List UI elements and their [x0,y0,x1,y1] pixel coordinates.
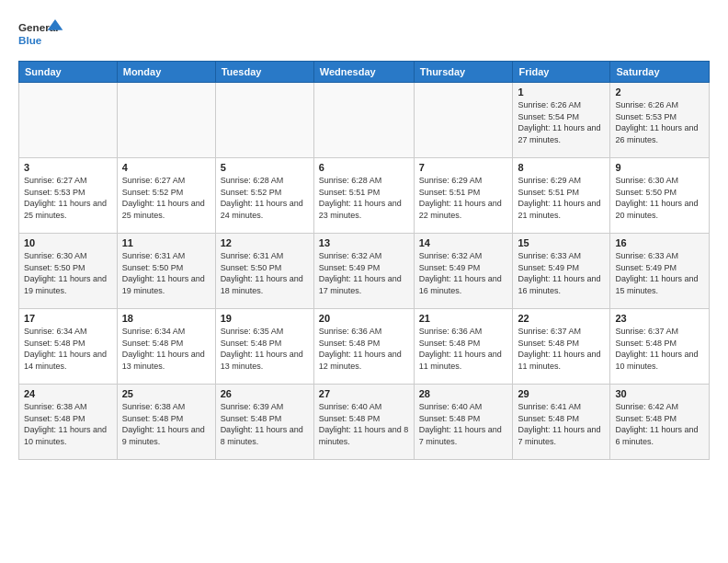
day-number: 20 [319,313,409,324]
day-number: 28 [419,388,508,399]
calendar-cell: 16Sunrise: 6:33 AM Sunset: 5:49 PM Dayli… [610,234,710,309]
day-info: Sunrise: 6:32 AM Sunset: 5:49 PM Dayligh… [319,250,409,296]
calendar-cell: 13Sunrise: 6:32 AM Sunset: 5:49 PM Dayli… [313,234,414,309]
day-number: 17 [24,313,112,324]
day-number: 1 [518,86,605,98]
calendar-cell: 8Sunrise: 6:29 AM Sunset: 5:51 PM Daylig… [513,158,610,234]
calendar-cell: 14Sunrise: 6:32 AM Sunset: 5:49 PM Dayli… [414,234,513,309]
calendar-week-row: 10Sunrise: 6:30 AM Sunset: 5:50 PM Dayli… [19,234,710,309]
day-info: Sunrise: 6:33 AM Sunset: 5:49 PM Dayligh… [615,250,704,296]
weekday-header: Tuesday [215,62,313,83]
day-info: Sunrise: 6:38 AM Sunset: 5:48 PM Dayligh… [122,401,210,447]
day-number: 23 [615,313,704,324]
day-number: 26 [221,388,309,399]
calendar-cell: 30Sunrise: 6:42 AM Sunset: 5:48 PM Dayli… [610,385,710,460]
day-info: Sunrise: 6:34 AM Sunset: 5:48 PM Dayligh… [122,326,210,372]
day-info: Sunrise: 6:30 AM Sunset: 5:50 PM Dayligh… [615,175,704,221]
day-number: 16 [615,237,704,248]
day-info: Sunrise: 6:26 AM Sunset: 5:53 PM Dayligh… [615,99,704,145]
calendar-cell: 10Sunrise: 6:30 AM Sunset: 5:50 PM Dayli… [19,234,118,309]
day-info: Sunrise: 6:40 AM Sunset: 5:48 PM Dayligh… [319,401,409,447]
calendar-cell: 2Sunrise: 6:26 AM Sunset: 5:53 PM Daylig… [610,83,710,158]
calendar-week-row: 24Sunrise: 6:38 AM Sunset: 5:48 PM Dayli… [19,385,710,460]
day-info: Sunrise: 6:32 AM Sunset: 5:49 PM Dayligh… [419,250,508,296]
day-number: 12 [221,237,309,248]
day-info: Sunrise: 6:26 AM Sunset: 5:54 PM Dayligh… [518,99,605,145]
calendar-cell: 11Sunrise: 6:31 AM Sunset: 5:50 PM Dayli… [117,234,215,309]
calendar-cell [19,83,118,158]
calendar-cell: 26Sunrise: 6:39 AM Sunset: 5:48 PM Dayli… [215,385,313,460]
calendar-cell: 22Sunrise: 6:37 AM Sunset: 5:48 PM Dayli… [513,309,610,385]
day-info: Sunrise: 6:41 AM Sunset: 5:48 PM Dayligh… [518,401,605,447]
day-info: Sunrise: 6:37 AM Sunset: 5:48 PM Dayligh… [518,326,605,372]
calendar-cell: 28Sunrise: 6:40 AM Sunset: 5:48 PM Dayli… [414,385,513,460]
calendar-week-row: 3Sunrise: 6:27 AM Sunset: 5:53 PM Daylig… [19,158,710,234]
weekday-header: Sunday [19,62,118,83]
day-info: Sunrise: 6:29 AM Sunset: 5:51 PM Dayligh… [518,175,605,221]
day-info: Sunrise: 6:40 AM Sunset: 5:48 PM Dayligh… [419,401,508,447]
calendar-header-row: SundayMondayTuesdayWednesdayThursdayFrid… [19,62,710,83]
calendar-cell: 27Sunrise: 6:40 AM Sunset: 5:48 PM Dayli… [313,385,414,460]
day-number: 10 [24,237,112,248]
day-number: 2 [615,86,704,98]
calendar-cell [313,83,414,158]
weekday-header: Wednesday [313,62,414,83]
calendar-cell: 19Sunrise: 6:35 AM Sunset: 5:48 PM Dayli… [215,309,313,385]
calendar-cell: 7Sunrise: 6:29 AM Sunset: 5:51 PM Daylig… [414,158,513,234]
calendar-cell: 24Sunrise: 6:38 AM Sunset: 5:48 PM Dayli… [19,385,118,460]
calendar-cell: 17Sunrise: 6:34 AM Sunset: 5:48 PM Dayli… [19,309,118,385]
day-number: 6 [319,162,409,173]
logo-svg: General Blue [18,15,64,52]
day-info: Sunrise: 6:34 AM Sunset: 5:48 PM Dayligh… [24,326,112,372]
day-info: Sunrise: 6:33 AM Sunset: 5:49 PM Dayligh… [518,250,605,296]
day-info: Sunrise: 6:38 AM Sunset: 5:48 PM Dayligh… [24,401,112,447]
day-number: 29 [518,388,605,399]
weekday-header: Monday [117,62,215,83]
day-number: 13 [319,237,409,248]
svg-text:Blue: Blue [18,34,42,46]
day-number: 11 [122,237,210,248]
day-number: 9 [615,162,704,173]
calendar-cell: 20Sunrise: 6:36 AM Sunset: 5:48 PM Dayli… [313,309,414,385]
calendar-week-row: 1Sunrise: 6:26 AM Sunset: 5:54 PM Daylig… [19,83,710,158]
day-info: Sunrise: 6:36 AM Sunset: 5:48 PM Dayligh… [319,326,409,372]
day-info: Sunrise: 6:37 AM Sunset: 5:48 PM Dayligh… [615,326,704,372]
day-number: 27 [319,388,409,399]
day-number: 15 [518,237,605,248]
calendar-cell: 21Sunrise: 6:36 AM Sunset: 5:48 PM Dayli… [414,309,513,385]
day-info: Sunrise: 6:36 AM Sunset: 5:48 PM Dayligh… [419,326,508,372]
day-number: 30 [615,388,704,399]
calendar-cell: 4Sunrise: 6:27 AM Sunset: 5:52 PM Daylig… [117,158,215,234]
day-info: Sunrise: 6:35 AM Sunset: 5:48 PM Dayligh… [221,326,309,372]
calendar-cell: 9Sunrise: 6:30 AM Sunset: 5:50 PM Daylig… [610,158,710,234]
page-header: General Blue [18,15,710,52]
weekday-header: Friday [513,62,610,83]
calendar-cell: 18Sunrise: 6:34 AM Sunset: 5:48 PM Dayli… [117,309,215,385]
calendar-cell: 15Sunrise: 6:33 AM Sunset: 5:49 PM Dayli… [513,234,610,309]
day-info: Sunrise: 6:30 AM Sunset: 5:50 PM Dayligh… [24,250,112,296]
weekday-header: Saturday [610,62,710,83]
day-info: Sunrise: 6:29 AM Sunset: 5:51 PM Dayligh… [419,175,508,221]
day-number: 18 [122,313,210,324]
calendar-cell: 1Sunrise: 6:26 AM Sunset: 5:54 PM Daylig… [513,83,610,158]
day-info: Sunrise: 6:28 AM Sunset: 5:52 PM Dayligh… [221,175,309,221]
day-number: 4 [122,162,210,173]
day-number: 25 [122,388,210,399]
calendar-cell: 3Sunrise: 6:27 AM Sunset: 5:53 PM Daylig… [19,158,118,234]
day-info: Sunrise: 6:27 AM Sunset: 5:53 PM Dayligh… [24,175,112,221]
day-number: 7 [419,162,508,173]
calendar-week-row: 17Sunrise: 6:34 AM Sunset: 5:48 PM Dayli… [19,309,710,385]
logo: General Blue [18,15,64,52]
calendar-cell: 5Sunrise: 6:28 AM Sunset: 5:52 PM Daylig… [215,158,313,234]
day-number: 3 [24,162,112,173]
calendar-cell: 12Sunrise: 6:31 AM Sunset: 5:50 PM Dayli… [215,234,313,309]
calendar-cell [414,83,513,158]
calendar-cell: 23Sunrise: 6:37 AM Sunset: 5:48 PM Dayli… [610,309,710,385]
calendar-cell [215,83,313,158]
day-number: 21 [419,313,508,324]
day-info: Sunrise: 6:31 AM Sunset: 5:50 PM Dayligh… [122,250,210,296]
day-info: Sunrise: 6:27 AM Sunset: 5:52 PM Dayligh… [122,175,210,221]
day-info: Sunrise: 6:31 AM Sunset: 5:50 PM Dayligh… [221,250,309,296]
day-number: 19 [221,313,309,324]
day-info: Sunrise: 6:42 AM Sunset: 5:48 PM Dayligh… [615,401,704,447]
